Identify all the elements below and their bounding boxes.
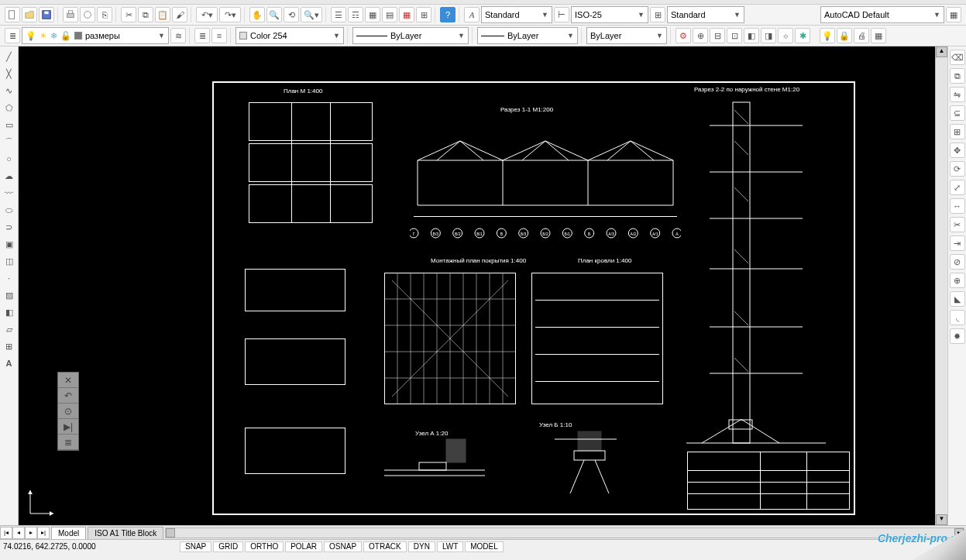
status-toggle-model[interactable]: MODEL	[465, 541, 504, 552]
offset-tool[interactable]: ⊆	[950, 105, 965, 121]
explode-tool[interactable]: ✸	[950, 328, 965, 344]
ellipse-arc-tool[interactable]: ⊃	[2, 220, 16, 234]
plot-style-select[interactable]: AutoCAD Default ▼	[820, 6, 944, 23]
dim-style-select[interactable]: ISO-25 ▼	[571, 6, 648, 23]
nav-back[interactable]: ↶	[58, 388, 78, 404]
plot-toggle[interactable]: 🖨	[854, 28, 869, 43]
cut-button[interactable]: ✂	[121, 7, 136, 22]
region-tool[interactable]: ▱	[2, 322, 16, 336]
break-tool[interactable]: ⊘	[950, 254, 965, 270]
v-scrollbar[interactable]: ▲ ▼	[935, 46, 947, 525]
tab-first[interactable]: |◂	[0, 527, 12, 539]
save-button[interactable]	[39, 7, 54, 22]
trim-tool[interactable]: ✂	[950, 217, 965, 232]
nav-close[interactable]: ✕	[58, 373, 78, 388]
zoom-rt-button[interactable]: 🔍	[266, 7, 282, 22]
stretch-tool[interactable]: ↔	[950, 198, 965, 214]
tool-3[interactable]: ⊟	[710, 28, 725, 43]
color-select[interactable]: Color 254 ▼	[235, 27, 344, 44]
circle-tool[interactable]: ○	[2, 152, 16, 166]
tool-1[interactable]: ⚙	[676, 28, 691, 43]
open-button[interactable]	[22, 7, 37, 22]
calc-button[interactable]: ⊞	[416, 7, 431, 22]
plot-preview-button[interactable]	[80, 7, 95, 22]
chamfer-tool[interactable]: ◣	[950, 291, 965, 307]
new-button[interactable]	[5, 7, 20, 22]
tool-6[interactable]: ◨	[761, 28, 776, 43]
tool-7[interactable]: ⟐	[778, 28, 793, 43]
block-tool[interactable]: ◫	[2, 254, 16, 268]
tab-next[interactable]: ▸	[25, 527, 37, 539]
arc-tool[interactable]: ⌒	[2, 135, 16, 149]
table-style-icon[interactable]: ⊞	[650, 7, 665, 22]
text-style-icon[interactable]: A	[464, 7, 480, 22]
layer-manager-button[interactable]: ≣	[5, 28, 20, 43]
insert-tool[interactable]: ▣	[2, 237, 16, 251]
plot-style-button[interactable]: ▦	[946, 7, 961, 22]
status-toggle-snap[interactable]: SNAP	[180, 541, 211, 552]
move-tool[interactable]: ✥	[950, 143, 965, 158]
lineweight-select[interactable]: ByLayer ▼	[477, 27, 578, 44]
properties-button[interactable]: ☰	[331, 7, 346, 22]
mirror-tool[interactable]: ⇋	[950, 87, 965, 102]
tab-last[interactable]: ▸|	[37, 527, 50, 539]
layer-select[interactable]: 💡 ☀ ❄ 🔓 размеры ▼	[22, 27, 169, 44]
text-style-select[interactable]: Standard ▼	[481, 6, 552, 23]
status-toggle-ortho[interactable]: ORTHO	[245, 541, 284, 552]
line-tool[interactable]: ╱	[2, 50, 16, 64]
publish-button[interactable]: ⎘	[97, 7, 112, 22]
join-tool[interactable]: ⊕	[950, 273, 965, 288]
tab-prev[interactable]: ◂	[12, 527, 25, 539]
status-toggle-lwt[interactable]: LWT	[437, 541, 463, 552]
pan-button[interactable]: ✋	[249, 7, 265, 22]
pline-tool[interactable]: ∿	[2, 84, 16, 98]
xline-tool[interactable]: ╳	[2, 67, 16, 81]
status-toggle-dyn[interactable]: DYN	[408, 541, 435, 552]
fillet-tool[interactable]: ◟	[950, 310, 965, 325]
dim-style-icon[interactable]: ⊢	[554, 7, 569, 22]
revcloud-tool[interactable]: ☁	[2, 169, 16, 183]
bulb-toggle[interactable]: 💡	[820, 28, 835, 43]
h-scrollbar[interactable]: ▸	[165, 527, 964, 538]
lock-toggle[interactable]: 🔒	[837, 28, 852, 43]
freeze-toggle[interactable]: ▦	[871, 28, 886, 43]
rect-tool[interactable]: ▭	[2, 118, 16, 132]
redo-button[interactable]: ↷▾	[219, 7, 241, 22]
tab-model[interactable]: Model	[51, 527, 86, 539]
layer-state-button[interactable]: ≡	[211, 28, 227, 43]
rotate-tool[interactable]: ⟳	[950, 161, 965, 177]
h-scroll-thumb[interactable]	[166, 528, 175, 538]
extend-tool[interactable]: ⇥	[950, 235, 965, 251]
nav-list[interactable]: ≣	[58, 435, 78, 450]
table-tool[interactable]: ⊞	[2, 339, 16, 353]
erase-tool[interactable]: ⌫	[950, 50, 965, 65]
spline-tool[interactable]: 〰	[2, 186, 16, 200]
sheet-set-button[interactable]: ▤	[382, 7, 397, 22]
copy-tool[interactable]: ⧉	[950, 68, 965, 84]
scale-tool[interactable]: ⤢	[950, 180, 965, 195]
design-center-button[interactable]: ☶	[348, 7, 363, 22]
drawing-canvas[interactable]: План М 1:400 Разрез 1-1 М1:200 Разрез 2-…	[19, 46, 947, 525]
tool-8[interactable]: ✱	[795, 28, 810, 43]
zoom-window-button[interactable]: 🔍▾	[301, 7, 322, 22]
nav-up[interactable]: ⊙	[58, 404, 78, 419]
tool-4[interactable]: ⊡	[727, 28, 742, 43]
status-toggle-otrack[interactable]: OTRACK	[363, 541, 407, 552]
array-tool[interactable]: ⊞	[950, 124, 965, 139]
table-style-select[interactable]: Standard ▼	[667, 6, 744, 23]
undo-button[interactable]: ↶▾	[196, 7, 218, 22]
status-toggle-grid[interactable]: GRID	[213, 541, 243, 552]
status-toggle-osnap[interactable]: OSNAP	[324, 541, 362, 552]
paste-button[interactable]: 📋	[155, 7, 170, 22]
mtext-tool[interactable]: A	[2, 356, 16, 370]
status-toggle-polar[interactable]: POLAR	[285, 541, 322, 552]
point-tool[interactable]: ·	[2, 271, 16, 285]
hatch-tool[interactable]: ▨	[2, 288, 16, 302]
polygon-tool[interactable]: ⬠	[2, 101, 16, 115]
copy-button[interactable]: ⧉	[138, 7, 153, 22]
plotstyle-layer-select[interactable]: ByLayer ▼	[586, 27, 667, 44]
markup-button[interactable]: ▦	[399, 7, 414, 22]
tab-layout-1[interactable]: ISO A1 Title Block	[88, 527, 163, 539]
print-button[interactable]	[63, 7, 78, 22]
layer-previous-button[interactable]: ≣	[194, 28, 210, 43]
